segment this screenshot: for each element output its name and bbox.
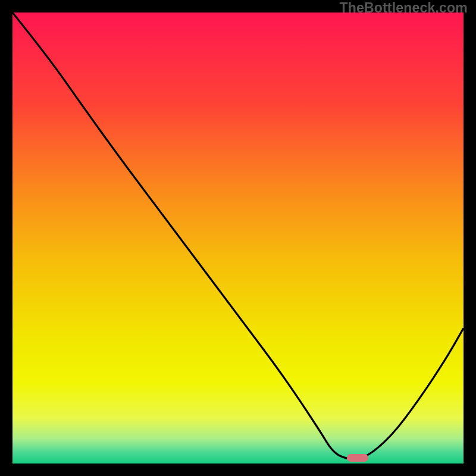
plot-area <box>12 12 464 464</box>
optimal-marker <box>347 454 368 462</box>
bottleneck-curve <box>12 12 464 464</box>
chart-frame: TheBottleneck.com <box>0 0 476 476</box>
